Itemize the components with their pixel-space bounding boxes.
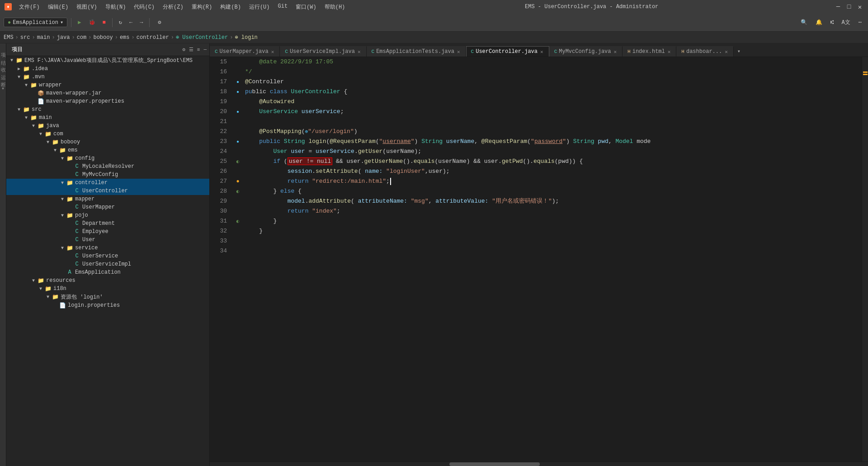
menu-analyze[interactable]: 分析(Z)	[159, 2, 187, 12]
tree-item-mylocale[interactable]: C MyLocaleResolver	[6, 162, 209, 171]
menu-help[interactable]: 帮助(H)	[321, 2, 349, 12]
sidebar-close-icon[interactable]: ─	[203, 47, 207, 52]
search-everywhere-button[interactable]: 🔍	[798, 18, 810, 27]
menu-refactor[interactable]: 重构(R)	[188, 2, 216, 12]
menu-window[interactable]: 窗口(W)	[292, 2, 320, 12]
tree-item-emsapp[interactable]: A EmsApplication	[6, 268, 209, 276]
debug-button[interactable]: 🐞	[86, 18, 98, 27]
window-controls[interactable]: ─ □ ✕	[835, 3, 863, 10]
menu-git[interactable]: Git	[274, 2, 291, 12]
breadcrumb-ems2[interactable]: ems	[120, 34, 130, 41]
editor-scrollbar[interactable]	[210, 461, 868, 466]
tree-item-usermapper[interactable]: C UserMapper	[6, 203, 209, 211]
menu-code[interactable]: 代码(C)	[130, 2, 158, 12]
tree-item-wrapper[interactable]: ▼ 📁 wrapper	[6, 81, 209, 89]
sidebar-icon-6[interactable]: ★	[0, 83, 6, 93]
sidebar-icon-2[interactable]: 结	[0, 54, 6, 58]
close-button[interactable]: ✕	[856, 3, 863, 10]
stop-button[interactable]: ■	[100, 18, 108, 27]
tree-item-controller[interactable]: ▼ 📁 controller	[6, 179, 209, 187]
breadcrumb-com[interactable]: com	[77, 34, 87, 41]
minimize-button[interactable]: ─	[835, 3, 842, 10]
editor-content[interactable]: 15 16 17 18 19 20 21 22 23 24 25 26 27 2…	[210, 57, 868, 461]
tab-overflow-button[interactable]: ▾	[736, 46, 742, 57]
tab-userserviceimpl[interactable]: C UserServiceImpl.java ✕	[280, 46, 366, 57]
sidebar-settings-icon[interactable]: ⚙	[182, 47, 185, 52]
back-button[interactable]: ←	[127, 18, 135, 27]
sidebar-expand-icon[interactable]: ≡	[197, 47, 200, 52]
tree-item-login-bundle[interactable]: ▼ 📁 资源包 'login'	[6, 293, 209, 301]
tree-item-com[interactable]: ▼ 📁 com	[6, 130, 209, 138]
breadcrumb-class[interactable]: ⊕ UserController	[176, 34, 228, 41]
git-button[interactable]: ⑆	[828, 18, 836, 27]
menu-view[interactable]: 视图(V)	[73, 2, 101, 12]
tree-item-mymvc[interactable]: C MyMvcConfig	[6, 171, 209, 179]
breadcrumb-bobooy[interactable]: bobooy	[93, 34, 113, 41]
breadcrumb-src[interactable]: src	[20, 34, 30, 41]
code-lines[interactable]: @date 2022/9/19 17:05 */ @Controller pub…	[243, 57, 862, 461]
tree-item-bobooy[interactable]: ▼ 📁 bobooy	[6, 138, 209, 146]
tab-emsapptests[interactable]: C EmsApplicationTests.java ✕	[367, 46, 466, 57]
tab-usercontroller[interactable]: C UserController.java ✕	[466, 46, 549, 57]
tree-item-src[interactable]: ▼ 📁 src	[6, 105, 209, 114]
sidebar-icon-5[interactable]: 断	[0, 76, 6, 80]
tree-item-wrapper-jar[interactable]: 📦 maven-wrapper.jar	[6, 89, 209, 97]
tree-item-wrapper-props[interactable]: 📄 maven-wrapper.properties	[6, 97, 209, 105]
menu-build[interactable]: 构建(B)	[217, 2, 245, 12]
tree-item-resources[interactable]: ▼ 📁 resources	[6, 276, 209, 285]
tree-item-userserviceimpl[interactable]: C UserServiceImpl	[6, 260, 209, 268]
tree-item-userservice[interactable]: C UserService	[6, 252, 209, 260]
tab-dashboard[interactable]: H dashboar... ✕	[676, 46, 733, 57]
editor-tab-bar[interactable]: C UserMapper.java ✕ C UserServiceImpl.ja…	[210, 43, 868, 57]
tree-item-employee[interactable]: C Employee	[6, 228, 209, 236]
tree-item-department[interactable]: C Department	[6, 219, 209, 228]
scrollbar-thumb[interactable]	[449, 462, 540, 466]
tab-dashboard-close[interactable]: ✕	[724, 49, 729, 55]
breadcrumb-java[interactable]: java	[57, 34, 70, 41]
menu-file[interactable]: 文件(F)	[15, 2, 43, 12]
tab-userserviceimpl-close[interactable]: ✕	[357, 49, 362, 55]
tree-item-i18n[interactable]: ▼ 📁 i18n	[6, 285, 209, 293]
tree-root[interactable]: ▼ 📁 EMS F:\JAVA\JavaWeb项目成品\员工管理系统_Sprin…	[6, 56, 209, 65]
tab-indexhtml[interactable]: H index.html ✕	[623, 46, 676, 57]
breadcrumb-controller[interactable]: controller	[137, 34, 169, 41]
tree-item-ems[interactable]: ▼ 📁 ems	[6, 146, 209, 154]
translate-button[interactable]: A文	[839, 17, 853, 28]
run-config-dropdown[interactable]: ● EmsApplication ▾	[4, 18, 67, 27]
tree-item-mvn[interactable]: ▼ 📁 .mvn	[6, 73, 209, 81]
tree-item-service[interactable]: ▼ 📁 service	[6, 244, 209, 252]
tab-usercontroller-close[interactable]: ✕	[539, 49, 544, 55]
project-tree[interactable]: ▼ 📁 EMS F:\JAVA\JavaWeb项目成品\员工管理系统_Sprin…	[6, 56, 209, 466]
sidebar-icon-3[interactable]: 收	[0, 62, 6, 65]
tab-mymvcconfig-close[interactable]: ✕	[613, 49, 618, 55]
tree-item-main[interactable]: ▼ 📁 main	[6, 114, 209, 122]
tab-usermapper-close[interactable]: ✕	[270, 49, 275, 55]
notifications-button[interactable]: 🔔	[813, 18, 825, 27]
run-button[interactable]: ▶	[75, 18, 84, 27]
tree-item-config[interactable]: ▼ 📁 config	[6, 154, 209, 162]
sidebar-icon-4[interactable]: 运	[0, 69, 6, 72]
forward-button[interactable]: →	[137, 18, 146, 27]
tree-item-pojo[interactable]: ▼ 📁 pojo	[6, 211, 209, 219]
breadcrumb-method[interactable]: ⊕ login	[235, 34, 257, 41]
tree-item-usercontroller[interactable]: C UserController	[6, 187, 209, 195]
refresh-button[interactable]: ↻	[116, 18, 125, 27]
menu-run[interactable]: 运行(U)	[245, 2, 274, 12]
tree-item-user[interactable]: C User	[6, 236, 209, 244]
tree-item-java[interactable]: ▼ 📁 java	[6, 122, 209, 130]
sidebar-collapse-icon[interactable]: ☰	[189, 47, 193, 52]
menu-bar[interactable]: 文件(F) 编辑(E) 视图(V) 导航(N) 代码(C) 分析(Z) 重构(R…	[15, 2, 349, 12]
breadcrumb-main[interactable]: main	[37, 34, 50, 41]
maximize-button[interactable]: □	[845, 3, 853, 10]
sidebar-icon-1[interactable]: 项	[0, 47, 6, 51]
tree-item-idea[interactable]: ▶ 📁 .idea	[6, 65, 209, 73]
tab-mymvcconfig[interactable]: C MyMvcConfig.java ✕	[549, 46, 623, 57]
menu-navigate[interactable]: 导航(N)	[102, 2, 130, 12]
tree-item-login-props[interactable]: 📄 login.properties	[6, 301, 209, 309]
menu-edit[interactable]: 编辑(E)	[44, 2, 72, 12]
tab-emsapptests-close[interactable]: ✕	[456, 49, 461, 55]
tree-item-mapper[interactable]: ▼ 📁 mapper	[6, 195, 209, 203]
tab-usermapper[interactable]: C UserMapper.java ✕	[210, 46, 280, 57]
more-button[interactable]: ⋯	[856, 18, 864, 27]
settings-button[interactable]: ⚙	[155, 18, 164, 27]
